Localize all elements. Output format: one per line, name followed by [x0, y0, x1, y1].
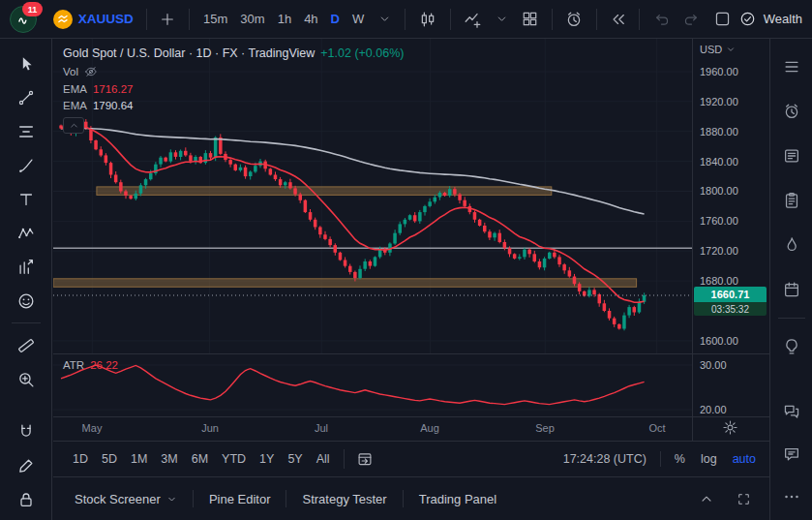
- tab-strategy-tester[interactable]: Strategy Tester: [286, 477, 402, 520]
- symbol-title[interactable]: Gold Spot / U.S. Dollar · 1D · FX · Trad…: [63, 46, 315, 60]
- timeframe-dropdown-button[interactable]: [372, 6, 397, 33]
- calendar-tool-button[interactable]: [774, 267, 809, 312]
- ema-slow-row[interactable]: EMA 1790.64: [63, 100, 404, 111]
- range-ytd[interactable]: YTD: [216, 449, 252, 469]
- chart-type-button[interactable]: [413, 6, 441, 33]
- range-3m[interactable]: 3M: [155, 449, 183, 469]
- tab-label: Trading Panel: [419, 492, 496, 506]
- tab-pine-editor[interactable]: Pine Editor: [194, 477, 286, 520]
- tradingview-app: 11 XAUUSD 15m30m1h4hDW Wealth: [0, 0, 812, 520]
- price-tick: 1960.00: [700, 66, 738, 77]
- clock[interactable]: 17:24:28 (UTC): [563, 452, 647, 466]
- undo-button[interactable]: [647, 6, 675, 33]
- timeframe-w[interactable]: W: [346, 6, 370, 33]
- layout-button[interactable]: [708, 6, 736, 33]
- atr-pane[interactable]: [53, 353, 692, 419]
- add-symbol-button[interactable]: [155, 6, 181, 33]
- ideas-tool-button[interactable]: [774, 324, 809, 369]
- hotlists-tool-button[interactable]: [774, 223, 809, 267]
- watchlist-icon: [782, 57, 801, 76]
- timeframe-30m[interactable]: 30m: [234, 6, 270, 33]
- scale-mode-auto[interactable]: auto: [733, 452, 756, 466]
- alerts-tool-button[interactable]: [774, 89, 809, 134]
- trend-line-tool-button[interactable]: [9, 80, 44, 114]
- price-tick: 1840.00: [700, 156, 738, 168]
- pattern-tool-button[interactable]: [9, 216, 44, 250]
- watchlist-tool-button[interactable]: [774, 45, 809, 89]
- price-scale[interactable]: USD 1960.001920.001880.001840.001800.001…: [692, 39, 769, 441]
- emoji-tool-button[interactable]: [9, 284, 44, 318]
- chart-region: Gold Spot / U.S. Dollar · 1D · FX · Trad…: [53, 39, 769, 520]
- range-toolbar: 1D5D1M3M6MYTD1Y5YAll 17:24:28 (UTC) %log…: [53, 441, 769, 476]
- pane-separator[interactable]: [53, 353, 769, 354]
- expand-icon: [737, 492, 751, 506]
- atr-tick: 30.00: [700, 359, 727, 371]
- hotlists-icon: [782, 235, 801, 255]
- tab-label: Stock Screener: [75, 492, 161, 506]
- right-sidebar: [769, 39, 812, 520]
- scale-modes: %logauto: [675, 452, 756, 466]
- indicators-button[interactable]: [459, 6, 487, 33]
- atr-legend[interactable]: ATR 26.22: [63, 359, 118, 371]
- data-window-icon: [782, 191, 801, 210]
- range-1d[interactable]: 1D: [67, 449, 94, 469]
- panel-maximize-button[interactable]: [731, 485, 756, 512]
- range-5d[interactable]: 5D: [96, 449, 123, 469]
- go-to-date-button[interactable]: [344, 449, 378, 469]
- timeframe-d[interactable]: D: [325, 6, 346, 33]
- range-5y[interactable]: 5Y: [282, 449, 308, 469]
- divider: [596, 9, 597, 30]
- symbol-button[interactable]: XAUUSD: [48, 6, 138, 33]
- tab-stock-screener[interactable]: Stock Screener: [59, 477, 193, 520]
- news-tool-button[interactable]: [774, 134, 809, 178]
- data-window-tool-button[interactable]: [774, 178, 809, 223]
- brush-tool-button[interactable]: [9, 148, 44, 182]
- scale-mode-log[interactable]: log: [701, 452, 717, 466]
- grid-layout-button[interactable]: [516, 6, 543, 33]
- legend-collapse-button[interactable]: [63, 117, 84, 134]
- create-alert-button[interactable]: [560, 6, 588, 33]
- lock-tool-button[interactable]: [9, 482, 44, 516]
- divider: [552, 9, 553, 30]
- timeframe-15m[interactable]: 15m: [197, 6, 233, 33]
- range-6m[interactable]: 6M: [186, 449, 214, 469]
- cursor-tool-button[interactable]: [9, 46, 44, 80]
- zoom-tool-button[interactable]: [9, 362, 44, 396]
- tab-trading-panel[interactable]: Trading Panel: [404, 477, 512, 520]
- range-1y[interactable]: 1Y: [254, 449, 280, 469]
- chevron-up-icon: [69, 120, 79, 131]
- more-tool-button[interactable]: [774, 475, 809, 518]
- redo-button[interactable]: [677, 6, 705, 33]
- scale-mode-percent[interactable]: %: [675, 452, 685, 466]
- range-all[interactable]: All: [311, 449, 336, 469]
- price-scale-currency[interactable]: USD: [700, 44, 736, 55]
- month-label: Sep: [535, 422, 555, 434]
- chart-legend: Gold Spot / U.S. Dollar · 1D · FX · Trad…: [63, 46, 404, 134]
- bar-replay-button[interactable]: [605, 6, 631, 33]
- ema-fast-row[interactable]: EMA 1716.27: [63, 83, 404, 95]
- magnet-tool-button[interactable]: [9, 414, 44, 448]
- chats-tool-button[interactable]: [774, 390, 809, 433]
- panel-collapse-button[interactable]: [694, 485, 719, 512]
- time-axis[interactable]: MayJunJulAugSepOct: [53, 416, 692, 442]
- cursor-icon: [16, 54, 36, 74]
- forecast-tool-button[interactable]: [9, 250, 44, 284]
- range-1m[interactable]: 1M: [125, 449, 153, 469]
- indicator-templates-button[interactable]: [489, 6, 514, 33]
- ruler-tool-button[interactable]: [9, 328, 44, 362]
- wealth-button[interactable]: Wealth: [738, 10, 802, 28]
- wealth-icon: [738, 10, 757, 28]
- broker-logo[interactable]: 11: [10, 6, 37, 32]
- chat-tool-button[interactable]: [774, 433, 809, 475]
- fib-retracement-tool-button[interactable]: [9, 114, 44, 148]
- calendar-icon: [782, 280, 801, 299]
- chat-icon: [782, 444, 801, 464]
- text-tool-button[interactable]: [9, 182, 44, 216]
- timeframe-4h[interactable]: 4h: [298, 6, 323, 33]
- timeframe-1h[interactable]: 1h: [272, 6, 297, 33]
- edit-tool-button[interactable]: [9, 448, 44, 482]
- atr-label: ATR: [63, 359, 84, 371]
- redo-icon: [682, 10, 701, 28]
- settings-gear-button[interactable]: [722, 419, 738, 436]
- caret-down-icon: [726, 45, 736, 54]
